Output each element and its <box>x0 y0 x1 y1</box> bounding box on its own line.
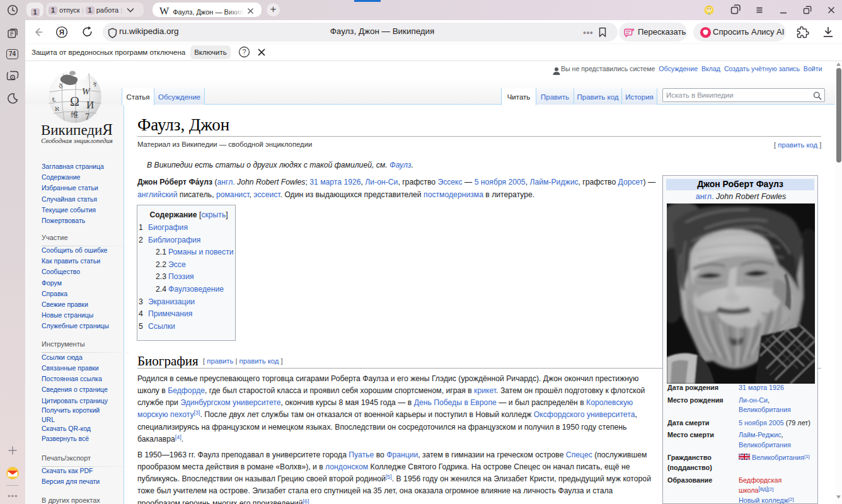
svg-text:ℵ: ℵ <box>55 106 59 112</box>
svg-text:维: 维 <box>71 110 78 119</box>
svg-text:7: 7 <box>85 112 89 122</box>
svg-text:?: ? <box>242 48 246 55</box>
svg-text:W: W <box>82 86 91 96</box>
svg-text:И: И <box>86 99 94 111</box>
svg-text:Ω: Ω <box>70 94 79 108</box>
